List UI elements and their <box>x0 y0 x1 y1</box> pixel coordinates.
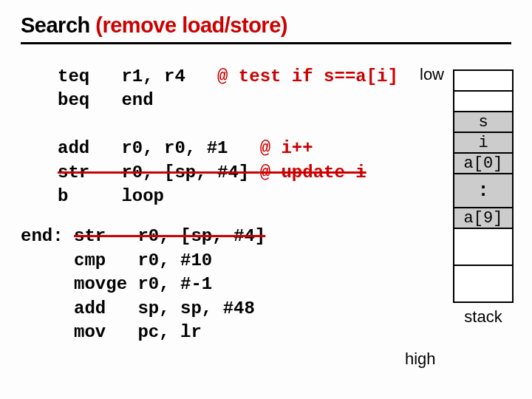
code-line-4a: add r0, r0, #1 <box>58 138 260 158</box>
high-label: high <box>405 349 436 369</box>
stack-cell-dots: : <box>453 173 514 208</box>
code-line-8: str r0, [sp, #4] <box>74 226 265 246</box>
title: Search (remove load/store) <box>21 13 511 38</box>
code-line-6: b loop <box>58 186 164 206</box>
title-black: Search <box>21 13 95 37</box>
low-label: low <box>420 65 444 84</box>
content: low high teq r1, r4 @ test if s==a[i] be… <box>21 65 511 344</box>
title-red: (remove load/store) <box>95 13 287 37</box>
code-line-12: mov pc, lr <box>74 322 202 342</box>
stack-cell-empty-2 <box>453 90 514 112</box>
title-underline <box>21 42 511 44</box>
stack-cell-empty-4 <box>453 265 514 303</box>
code-line-4b: @ i++ <box>260 138 313 158</box>
stack-cell-a9: a[9] <box>453 207 514 229</box>
stack-cell-i: i <box>453 132 514 154</box>
end-label: end: <box>21 226 74 246</box>
code-line-11: add sp, sp, #48 <box>74 299 255 318</box>
code-line-1b: @ test if s==a[i] <box>217 66 398 86</box>
stack-diagram: s i a[0] : a[9] stack <box>453 71 514 327</box>
code-line-5a: str r0, [sp, #4] <box>58 163 260 183</box>
code-line-2: beq end <box>58 90 154 110</box>
slide: Search (remove load/store) low high teq … <box>0 0 532 399</box>
stack-cell-empty-3 <box>453 228 514 266</box>
code-block-2: end: str r0, [sp, #4] cmp r0, #10 movge … <box>21 225 511 344</box>
code-line-10: movge r0, #-1 <box>74 274 212 294</box>
code-line-1a: teq r1, r4 <box>58 66 217 86</box>
stack-cell-empty-1 <box>453 69 514 92</box>
code-block: teq r1, r4 @ test if s==a[i] beq end add… <box>58 65 511 208</box>
stack-cell-a0: a[0] <box>453 152 514 174</box>
code-line-9: cmp r0, #10 <box>74 250 212 270</box>
stack-label: stack <box>453 307 514 327</box>
code-line-5b: @ update i <box>260 163 366 183</box>
stack-cell-s: s <box>453 111 514 133</box>
